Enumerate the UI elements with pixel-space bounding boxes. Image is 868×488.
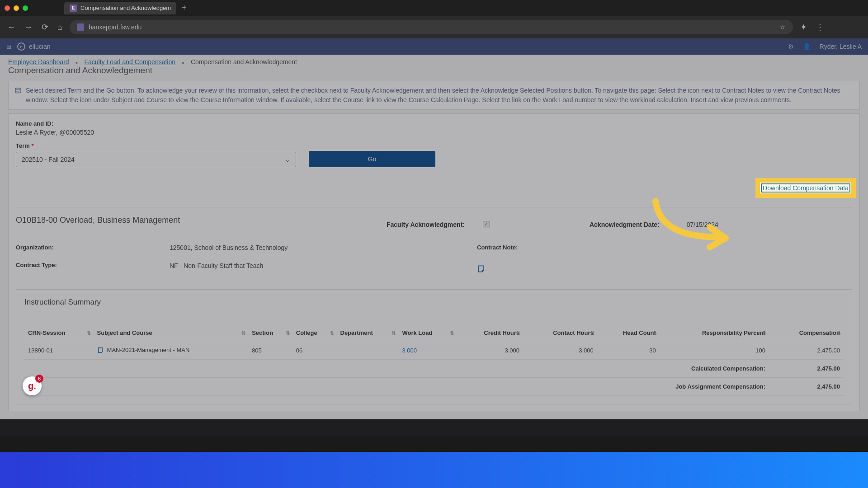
faculty-ack-checkbox[interactable]: ✓ [483,221,490,228]
sort-icon: ⇅ [653,330,657,336]
browser-menu-icon[interactable]: ⋮ [814,20,826,34]
breadcrumb-sep: ● [182,60,184,65]
instructional-summary-card: Instructional Summary CRN-Session⇅ Subje… [16,289,852,404]
app-menu-icon[interactable]: ⊞ [6,43,12,50]
col-resp[interactable]: Responsibility Percent⇅ [660,325,769,341]
url-favicon-icon [77,23,84,31]
col-head[interactable]: Head Count⇅ [597,325,660,341]
go-button[interactable]: Go [309,151,435,167]
app-logo[interactable]: e ellucian [17,42,50,51]
name-id-label: Name and ID: [16,120,852,127]
user-name: Ryder, Leslie A [820,43,862,50]
brand-name: ellucian [29,43,50,50]
col-credit[interactable]: Credit Hours⇅ [457,325,523,341]
sort-icon: ⇅ [590,330,594,336]
url-bar[interactable]: banxepprd.fsw.edu ☆ [70,20,793,34]
calc-comp-label: Calculated Compensation: [24,360,769,378]
extensions-icon[interactable]: ✦ [798,20,809,34]
tab-favicon-icon: E [70,5,77,12]
col-college[interactable]: College⇅ [292,325,337,341]
col-subject[interactable]: Subject and Course⇅ [94,325,249,341]
svg-rect-2 [16,91,19,92]
chevron-down-icon: ⌄ [285,156,290,163]
back-button[interactable]: ← [5,21,17,34]
faculty-ack-label: Faculty Acknowledgment: [387,221,465,228]
name-id-value: Leslie A Ryder, @00005520 [16,129,852,136]
svg-rect-1 [16,89,20,90]
new-tab-button[interactable]: + [182,3,187,13]
contract-note-label: Contract Note: [477,244,518,251]
sort-icon: ⇅ [241,330,245,336]
cell-subject: MAN-2021-Management - MAN [94,341,249,360]
browser-chrome: E Compensation and Acknowledgem + ← → ⟳ … [0,0,868,38]
calc-comp-value: 2,475.00 [769,360,844,378]
sort-icon: ⇅ [392,330,396,336]
tab-bar: E Compensation and Acknowledgem + [0,0,868,16]
col-section[interactable]: Section⇅ [248,325,292,341]
sort-icon: ⇅ [837,330,841,336]
breadcrumb-current: Compensation and Acknowledgement [191,58,297,66]
sort-icon: ⇅ [762,330,766,336]
term-label: Term * [16,142,852,149]
col-contact[interactable]: Contact Hours⇅ [523,325,597,341]
grammarly-count: 6 [35,375,43,383]
col-crn[interactable]: CRN-Session⇅ [24,325,94,341]
workload-link[interactable]: 3.000 [402,347,417,354]
download-compensation-link[interactable]: Download Compensation Data [759,182,852,194]
term-select[interactable]: 202510 - Fall 2024 ⌄ [16,152,296,167]
organization-label: Organization: [16,244,133,251]
sort-icon: ⇅ [87,330,91,336]
organization-value: 125001, School of Business & Technology [170,244,396,251]
sort-icon: ⇅ [516,330,520,336]
cell-workload: 3.000 [398,341,457,360]
settings-gear-icon[interactable]: ⚙ [788,43,794,50]
info-banner: Select desired Term and the Go button. T… [8,81,860,110]
sort-icon: ⇅ [330,330,334,336]
brand-icon: e [17,42,25,51]
job-comp-label: Job Assignment Compensation: [24,378,769,396]
home-button[interactable]: ⌂ [56,21,64,34]
cell-college: 06 [292,341,337,360]
url-text: banxepprd.fsw.edu [89,23,142,31]
table-title: Instructional Summary [24,298,844,307]
grammarly-badge[interactable]: g. 6 [23,376,42,395]
app-header: ⊞ e ellucian ⚙ 👤 Ryder, Leslie A [0,38,868,55]
summary-table: CRN-Session⇅ Subject and Course⇅ Section… [24,325,844,396]
divider [16,207,852,207]
breadcrumb-sep: ● [75,60,78,65]
info-icon [14,87,22,95]
browser-tab[interactable]: E Compensation and Acknowledgem [64,2,176,14]
breadcrumb-link-dashboard[interactable]: Employee Dashboard [8,58,69,66]
window-minimize-button[interactable] [14,5,19,11]
cell-credit: 3.000 [457,341,523,360]
course-info-icon[interactable] [97,347,104,354]
ack-date-label: Acknowledgment Date: [590,221,660,228]
reload-button[interactable]: ⟳ [40,20,50,34]
window-maximize-button[interactable] [23,5,28,11]
cell-resp: 100 [660,341,769,360]
breadcrumb-link-faculty-load[interactable]: Faculty Load and Compensation [84,58,175,66]
user-avatar-icon[interactable]: 👤 [803,43,811,50]
job-comp-value: 2,475.00 [769,378,844,396]
cell-crn: 13890-01 [24,341,94,360]
nav-bar: ← → ⟳ ⌂ banxepprd.fsw.edu ☆ ✦ ⋮ [0,16,868,38]
bottom-gradient [0,452,868,488]
cell-department [337,341,399,360]
window-close-button[interactable] [5,5,10,11]
col-workload[interactable]: Work Load⇅ [398,325,457,341]
cell-contact: 3.000 [523,341,597,360]
job-comp-row: Job Assignment Compensation: 2,475.00 [24,378,844,396]
contract-note-icon[interactable] [477,264,486,273]
forward-button[interactable]: → [23,21,34,34]
tab-title: Compensation and Acknowledgem [80,5,171,11]
sort-icon: ⇅ [450,330,454,336]
svg-rect-0 [15,88,21,93]
table-row: 13890-01 MAN-2021-Management - MAN 805 0… [24,341,844,360]
col-department[interactable]: Department⇅ [337,325,399,341]
col-comp[interactable]: Compensation⇅ [769,325,844,341]
sort-icon: ⇅ [286,330,290,336]
cell-head: 30 [597,341,660,360]
bookmark-star-icon[interactable]: ☆ [780,23,786,31]
cell-comp: 2,475.00 [769,341,844,360]
cell-section: 805 [248,341,292,360]
